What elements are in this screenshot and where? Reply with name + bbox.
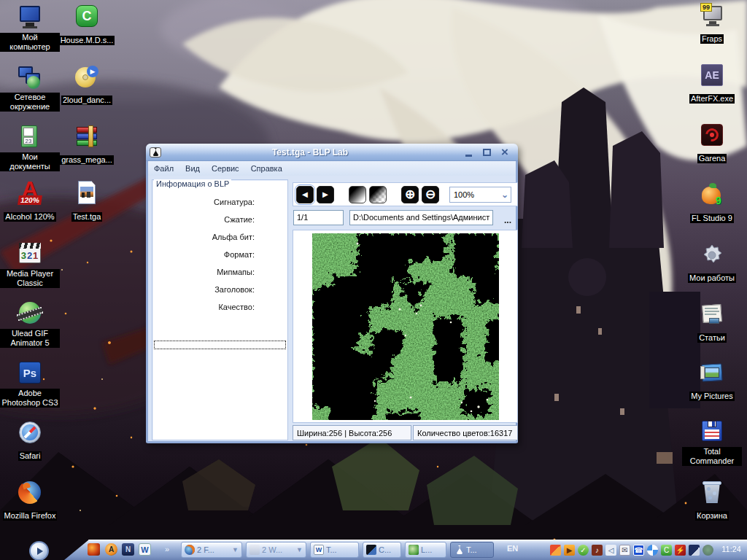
menu-file[interactable]: Файл [148, 162, 179, 175]
info-empty-field[interactable] [154, 341, 286, 349]
photoshop-cs3-icon: Ps [17, 360, 43, 386]
blp-lab-window: Test.tga - BLP Lab × Файл Вид Сервис Спр… [146, 144, 518, 443]
taskbutton-l[interactable]: L... [405, 542, 446, 558]
language-indicator[interactable]: EN [507, 544, 518, 553]
my-pictures-icon [699, 360, 725, 386]
taskbutton-group-2[interactable]: 2 W...▼ [246, 542, 306, 558]
bittorrent-icon: C [74, 4, 100, 31]
status-dimensions: Ширина:256 | Высота:256 [293, 425, 411, 440]
desktop-icon-alcohol[interactable]: A 120% Alcohol 120% [0, 181, 60, 222]
tray-grid-icon[interactable] [550, 545, 561, 556]
desktop-icon-firefox[interactable]: Mozilla Firefox [0, 480, 60, 521]
after-effects-icon: AE [699, 63, 725, 89]
chevron-down-icon: ▼ [232, 546, 239, 553]
label-header: Заголовок: [167, 285, 255, 294]
total-commander-icon [699, 419, 725, 445]
chevron-down-icon: ▼ [296, 546, 303, 553]
label-signature: Сигнатура: [167, 198, 255, 206]
chevron-down-icon: ⌄ [501, 190, 508, 200]
label-mipmaps: Мипмапы: [167, 268, 255, 276]
tray-utorrent-icon[interactable]: C [661, 545, 672, 556]
tga-file-icon [74, 181, 100, 207]
file-path-field[interactable]: D:\Documents and Settings\Админист [349, 210, 493, 225]
quicklaunch-n-icon[interactable]: N [122, 543, 134, 556]
ulead-gif-animator-icon [17, 300, 43, 327]
start-button[interactable] [29, 541, 49, 560]
desktop-icon-articles[interactable]: Статьи [682, 302, 742, 343]
my-documents-icon: 23 [17, 124, 43, 150]
mpc-icon: 321 [17, 241, 43, 267]
maximize-button[interactable] [481, 147, 492, 158]
articles-icon [699, 302, 725, 328]
tray-lightning-icon[interactable]: ⚡ [675, 545, 686, 556]
page-index-field[interactable]: 1/1 [293, 210, 344, 225]
app-flask-icon [150, 147, 161, 158]
minimize-button[interactable] [462, 147, 474, 158]
tray-play-icon[interactable]: ▶ [564, 545, 575, 556]
desktop-icon-test-tga[interactable]: Test.tga [57, 181, 117, 222]
image-panel [293, 230, 518, 423]
network-places-icon [17, 64, 43, 90]
desktop-icon-my-pictures[interactable]: My Pictures [682, 360, 742, 402]
title-bar[interactable]: Test.tga - BLP Lab × [146, 144, 518, 161]
desktop-icon-recycle-bin[interactable]: Корзина [682, 480, 742, 521]
firefox-icon [185, 545, 195, 555]
desktop-icon-total-commander[interactable]: Total Commander [682, 419, 742, 467]
tray-speaker-icon[interactable]: ◁ [605, 545, 616, 556]
quicklaunch-word-icon[interactable]: W [139, 543, 151, 556]
tray-speaker-muted-icon[interactable]: ♪ [592, 545, 603, 556]
tray-video-icon[interactable] [689, 545, 700, 556]
desktop-icon-2loud-danc[interactable]: ▶ 2loud_danc... [57, 64, 117, 106]
alpha-view-button[interactable] [369, 186, 387, 203]
zoom-in-button[interactable]: ⊕ [401, 186, 419, 203]
label-format: Формат: [167, 250, 255, 259]
status-bar: Ширина:256 | Высота:256 Количество цвето… [293, 425, 518, 440]
menu-service[interactable]: Сервис [206, 162, 245, 175]
tray-ball-icon[interactable] [647, 545, 658, 556]
label-quality: Качество: [167, 303, 255, 311]
desktop-icon-grass-mega[interactable]: grass_mega... [57, 124, 117, 166]
groupbox-legend: Информация о BLP [154, 179, 231, 188]
desktop-icon-safari[interactable]: Safari [0, 420, 60, 462]
desktop-icon-fraps[interactable]: 99 Fraps [682, 3, 742, 44]
flask-icon [454, 545, 464, 555]
desktop-icon-photoshop[interactable]: Ps Adobe Photoshop CS3 [0, 360, 60, 408]
desktop-icon-media-player-classic[interactable]: 321 Media Player Classic [0, 241, 60, 289]
desktop-icon-my-works[interactable]: Мои работы [682, 242, 742, 284]
prev-mipmap-button[interactable]: ◄ [296, 186, 314, 203]
desktop-icon-fl-studio[interactable]: 9 FL Studio 9 [682, 182, 742, 224]
desktop-icon-ulead-gif[interactable]: Ulead GIF Animator 5 [0, 300, 60, 349]
file-row: 1/1 D:\Documents and Settings\Админист .… [293, 210, 518, 226]
alcohol-120-icon: A 120% [17, 181, 43, 207]
quicklaunch-flame-icon[interactable] [88, 543, 100, 556]
tray-mail-icon[interactable]: ✉ [619, 545, 630, 556]
quicklaunch-aimp-icon[interactable]: A [105, 543, 117, 556]
zoom-level-select[interactable]: 100% ⌄ [449, 187, 511, 203]
zoom-out-button[interactable]: ⊖ [422, 186, 439, 203]
taskbutton-c[interactable]: C... [363, 542, 401, 558]
taskbutton-word-doc[interactable]: W T... [310, 542, 359, 558]
browse-button[interactable]: ... [499, 210, 516, 225]
my-computer-icon [17, 4, 43, 31]
green-app-icon [409, 545, 419, 555]
tray-nvidia-icon[interactable] [703, 545, 713, 556]
desktop-icon-network-places[interactable]: Сетевое окружение [0, 64, 60, 112]
close-button[interactable]: × [499, 147, 511, 158]
tray-skype-icon[interactable]: ☎ [633, 545, 644, 556]
texture-preview[interactable] [312, 233, 499, 420]
fraps-icon: 99 [699, 3, 725, 29]
menu-help[interactable]: Справка [245, 162, 288, 175]
desktop-icon-my-computer[interactable]: Мой компьютер [0, 4, 60, 52]
desktop-icon-afterfx[interactable]: AE AfterFX.exe [682, 63, 742, 104]
tray-shield-check-icon[interactable]: ✓ [578, 545, 589, 556]
quicklaunch-overflow-chevron[interactable]: » [165, 545, 169, 553]
menu-view[interactable]: Вид [179, 162, 206, 175]
gradient-view-button[interactable] [349, 186, 366, 203]
taskbutton-blp-lab-active[interactable]: T... [450, 542, 494, 558]
taskbutton-firefox-group[interactable]: 2 F...▼ [181, 542, 242, 558]
desktop-icon-garena[interactable]: Garena [682, 122, 742, 164]
desktop-icon-house-md[interactable]: C House.M.D.s... [57, 4, 117, 46]
label-compression: Сжатие: [167, 215, 255, 224]
next-mipmap-button[interactable]: ► [317, 186, 334, 203]
desktop-icon-my-documents[interactable]: 23 Мои документы [0, 124, 60, 172]
